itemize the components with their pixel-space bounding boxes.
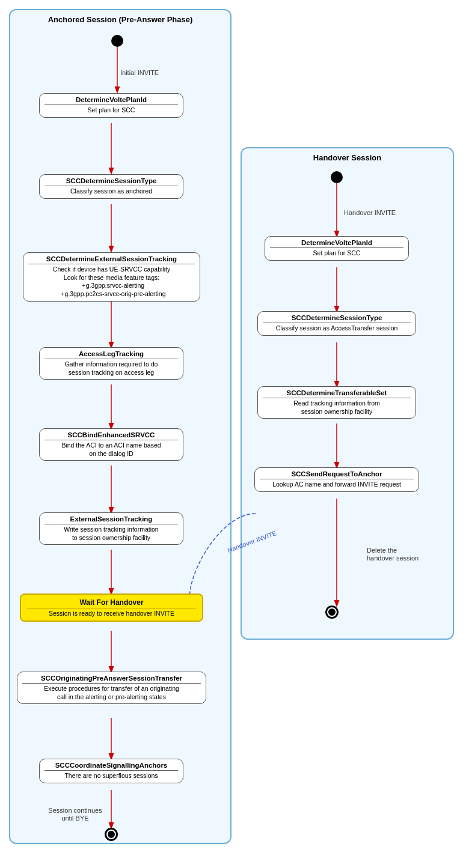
node-desc: Classify session as anchored bbox=[44, 187, 178, 196]
anchored-session-title: Anchored Session (Pre-Answer Phase) bbox=[48, 15, 193, 24]
node-scc-determine-external: SCCDetermineExternalSessionTracking Chec… bbox=[23, 252, 200, 302]
node-title: AccessLegTracking bbox=[44, 350, 178, 359]
node-desc: Read tracking information fromsession ow… bbox=[263, 399, 411, 416]
node-scc-bind-enhanced: SCCBindEnhancedSRVCC Bind the ACI to an … bbox=[39, 428, 183, 461]
node-determine-volte-plan-2: DetermineVoltePlanId Set plan for SCC bbox=[265, 236, 409, 261]
node-desc: Lookup AC name and forward INVITE reques… bbox=[260, 481, 414, 489]
node-desc: Set plan for SCC bbox=[270, 249, 403, 258]
node-scc-determine-session-type-1: SCCDetermineSessionType Classify session… bbox=[39, 174, 183, 199]
anchored-end-circle bbox=[105, 828, 118, 841]
node-desc: There are no superflous sessions bbox=[44, 772, 178, 780]
node-title: SCCDetermineSessionType bbox=[263, 314, 411, 323]
node-wait-for-handover: Wait For Handover Session is ready to re… bbox=[20, 593, 203, 622]
node-title: DetermineVoltePlanId bbox=[270, 239, 403, 248]
node-scc-determine-transferable: SCCDetermineTransferableSet Read trackin… bbox=[257, 386, 416, 419]
node-title: SCCSendRequestToAnchor bbox=[260, 470, 414, 479]
handover-end-circle bbox=[325, 605, 339, 619]
node-title: SCCDetermineSessionType bbox=[44, 177, 178, 186]
node-title: ExternalSessionTracking bbox=[44, 515, 178, 524]
node-desc: Write session tracking informationto ses… bbox=[44, 526, 178, 542]
node-title: SCCBindEnhancedSRVCC bbox=[44, 431, 178, 440]
node-scc-coordinate-signalling: SCCCoordinateSignallingAnchors There are… bbox=[39, 759, 183, 783]
node-desc: Classify session as AccessTransfer sessi… bbox=[263, 324, 411, 333]
node-title: DetermineVoltePlanId bbox=[44, 96, 178, 105]
node-title: SCCCoordinateSignallingAnchors bbox=[44, 762, 178, 771]
anchored-session-box: Anchored Session (Pre-Answer Phase) bbox=[9, 9, 232, 844]
node-desc: Execute procedures for transfer of an or… bbox=[22, 685, 201, 701]
node-desc: Bind the ACI to an ACI name basedon the … bbox=[44, 442, 178, 458]
node-determine-volte-plan-1: DetermineVoltePlanId Set plan for SCC bbox=[39, 93, 183, 118]
node-scc-send-request-to-anchor: SCCSendRequestToAnchor Lookup AC name an… bbox=[254, 467, 419, 492]
node-title: SCCDetermineTransferableSet bbox=[263, 389, 411, 398]
node-scc-originating-pre-answer: SCCOriginatingPreAnswerSessionTransfer E… bbox=[17, 672, 206, 704]
node-access-leg-tracking: AccessLegTracking Gather information req… bbox=[39, 347, 183, 380]
handover-session-title: Handover Session bbox=[313, 153, 381, 162]
node-title: SCCDetermineExternalSessionTracking bbox=[28, 255, 195, 264]
anchored-start-circle bbox=[111, 35, 123, 47]
handover-start-circle bbox=[331, 171, 343, 183]
node-title: SCCOriginatingPreAnswerSessionTransfer bbox=[22, 675, 201, 684]
node-desc: Gather information required to dosession… bbox=[44, 360, 178, 377]
node-title: Wait For Handover bbox=[27, 598, 196, 609]
node-desc: Check if device has UE-SRVCC capabilityL… bbox=[28, 266, 195, 299]
diagram-container: Anchored Session (Pre-Answer Phase) Hand… bbox=[0, 0, 463, 868]
node-external-session-tracking: ExternalSessionTracking Write session tr… bbox=[39, 512, 183, 545]
node-scc-determine-session-type-2: SCCDetermineSessionType Classify session… bbox=[257, 311, 416, 336]
node-desc: Session is ready to receive handover INV… bbox=[27, 610, 196, 617]
node-desc: Set plan for SCC bbox=[44, 106, 178, 115]
